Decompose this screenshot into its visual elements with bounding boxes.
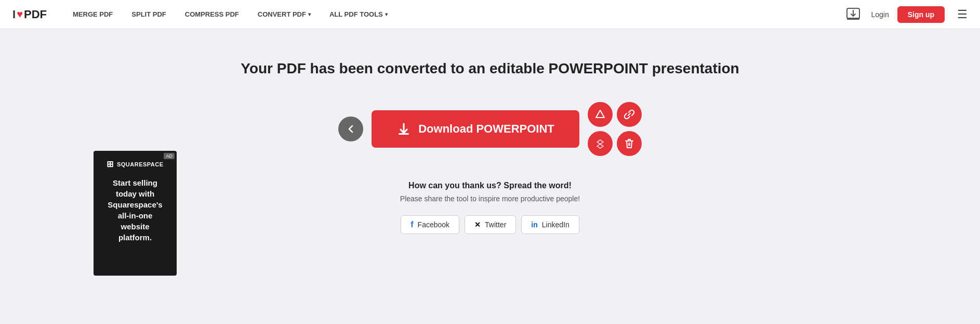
nav-right: Login Sign up ☰ [844, 5, 968, 24]
action-row: Download POWERPOINT [338, 102, 642, 156]
brand-logo[interactable]: I ♥ PDF [12, 8, 47, 21]
logo-pdf: PDF [24, 8, 47, 21]
nav-download-icon[interactable] [844, 5, 863, 24]
share-buttons: f Facebook ✕ Twitter in LinkedIn [400, 215, 580, 234]
advertisement-panel: AD ⊞ SQUARESPACE Start selling today wit… [94, 151, 177, 276]
extra-actions [588, 102, 642, 156]
twitter-icon: ✕ [474, 221, 481, 229]
nav-links: MERGE PDF SPLIT PDF COMPRESS PDF CONVERT… [63, 0, 844, 29]
login-link[interactable]: Login [871, 10, 889, 19]
linkedin-label: LinkedIn [542, 221, 570, 229]
google-drive-button[interactable] [588, 102, 613, 127]
copy-link-button[interactable] [617, 102, 642, 127]
download-button-label: Download POWERPOINT [418, 122, 554, 136]
back-button[interactable] [338, 116, 363, 141]
facebook-icon: f [410, 220, 413, 229]
hamburger-icon[interactable]: ☰ [957, 8, 968, 21]
all-tools-caret: ▾ [385, 11, 388, 17]
nav-merge-pdf[interactable]: MERGE PDF [63, 0, 122, 29]
icon-row-top [588, 102, 642, 127]
linkedin-icon: in [531, 221, 537, 229]
delete-button[interactable] [617, 131, 642, 156]
ad-text: Start selling today with Squarespace's a… [108, 177, 162, 243]
squarespace-logo: ⊞ SQUARESPACE [107, 159, 163, 169]
nav-compress-pdf[interactable]: COMPRESS PDF [176, 0, 248, 29]
twitter-label: Twitter [485, 221, 506, 229]
nav-all-tools[interactable]: ALL PDF TOOLS ▾ [320, 0, 397, 29]
svg-rect-2 [399, 133, 409, 135]
squarespace-brand: SQUARESPACE [117, 161, 164, 167]
logo-i: I [12, 8, 16, 21]
svg-rect-1 [847, 18, 859, 20]
share-title: How can you thank us? Spread the word! [400, 181, 580, 190]
navbar: I ♥ PDF MERGE PDF SPLIT PDF COMPRESS PDF… [0, 0, 980, 29]
download-button[interactable]: Download POWERPOINT [372, 110, 579, 148]
linkedin-share-button[interactable]: in LinkedIn [521, 215, 579, 234]
dropbox-button[interactable] [588, 131, 613, 156]
facebook-share-button[interactable]: f Facebook [401, 215, 459, 234]
ad-badge: AD [164, 153, 175, 159]
signup-button[interactable]: Sign up [897, 6, 945, 23]
share-section: How can you thank us? Spread the word! P… [400, 181, 580, 234]
share-subtitle: Please share the tool to inspire more pr… [400, 195, 580, 203]
icon-row-bottom [588, 131, 642, 156]
nav-split-pdf[interactable]: SPLIT PDF [122, 0, 175, 29]
twitter-share-button[interactable]: ✕ Twitter [465, 215, 516, 234]
nav-convert-pdf[interactable]: CONVERT PDF ▾ [248, 0, 320, 29]
convert-pdf-caret: ▾ [308, 11, 311, 17]
logo-heart: ♥ [17, 8, 23, 20]
facebook-label: Facebook [418, 221, 449, 229]
page-title: Your PDF has been converted to an editab… [241, 60, 739, 77]
